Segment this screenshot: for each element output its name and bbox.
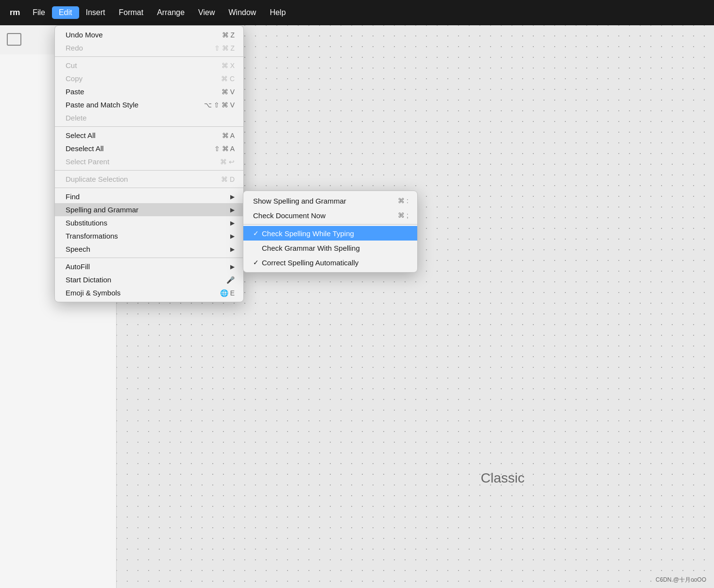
spelling-sep-1	[243, 224, 417, 225]
menubar-help[interactable]: Help	[263, 6, 292, 19]
menu-emoji[interactable]: Emoji & Symbols 🌐 E	[55, 286, 243, 299]
menu-delete[interactable]: Delete	[55, 111, 243, 124]
menu-duplicate[interactable]: Duplicate Selection ⌘ D	[55, 173, 243, 186]
menubar-edit[interactable]: Edit	[52, 6, 79, 19]
emoji-shortcut: 🌐 E	[220, 289, 235, 297]
menu-substitutions[interactable]: Substitutions ▶	[55, 216, 243, 229]
transformations-arrow: ▶	[230, 233, 235, 240]
spelling-show[interactable]: Show Spelling and Grammar ⌘ :	[243, 193, 417, 208]
correct-auto-checkmark: ✓	[253, 259, 259, 266]
menubar: rm File Edit Insert Format Arrange View …	[0, 0, 714, 25]
menu-dictation[interactable]: Start Dictation 🎤	[55, 273, 243, 286]
spelling-check-grammar[interactable]: ✓ Check Grammar With Spelling	[243, 241, 417, 255]
menubar-format[interactable]: Format	[112, 6, 151, 19]
menu-copy[interactable]: Copy ⌘ C	[55, 72, 243, 85]
spelling-check-doc[interactable]: Check Document Now ⌘ ;	[243, 208, 417, 223]
menubar-file[interactable]: File	[26, 6, 52, 19]
mic-icon: 🎤	[226, 276, 235, 284]
panel-icon	[7, 33, 21, 46]
autofill-arrow: ▶	[230, 263, 235, 270]
edit-menu: Undo Move ⌘ Z Redo ⇧ ⌘ Z Cut ⌘ X Copy ⌘ …	[54, 25, 244, 302]
menu-paste-match[interactable]: Paste and Match Style ⌥ ⇧ ⌘ V	[55, 98, 243, 111]
spelling-arrow: ▶	[230, 207, 235, 213]
menu-sep-2	[55, 126, 243, 127]
status-bar: C6DN @十月ooOO	[656, 576, 706, 584]
menu-sep-1	[55, 56, 243, 57]
canvas-label: Classic	[481, 470, 525, 486]
menu-sep-4	[55, 188, 243, 188]
menubar-arrange[interactable]: Arrange	[150, 6, 191, 19]
menu-autofill[interactable]: AutoFill ▶	[55, 260, 243, 273]
menu-cut[interactable]: Cut ⌘ X	[55, 59, 243, 72]
menubar-insert[interactable]: Insert	[79, 6, 112, 19]
check-typing-checkmark: ✓	[253, 229, 259, 237]
menu-sep-5	[55, 258, 243, 258]
menu-select-parent[interactable]: Select Parent ⌘ ↩	[55, 155, 243, 168]
menubar-window[interactable]: Window	[222, 6, 263, 19]
menu-undo-move[interactable]: Undo Move ⌘ Z	[55, 28, 243, 41]
substitutions-arrow: ▶	[230, 220, 235, 226]
spelling-submenu: Show Spelling and Grammar ⌘ : Check Docu…	[243, 190, 418, 273]
menubar-view[interactable]: View	[191, 6, 221, 19]
menu-transformations[interactable]: Transformations ▶	[55, 229, 243, 242]
menu-redo[interactable]: Redo ⇧ ⌘ Z	[55, 41, 243, 54]
menu-select-all[interactable]: Select All ⌘ A	[55, 129, 243, 142]
spelling-correct-auto[interactable]: ✓ Correct Spelling Automatically	[243, 255, 417, 270]
menu-deselect-all[interactable]: Deselect All ⇧ ⌘ A	[55, 142, 243, 155]
speech-arrow: ▶	[230, 246, 235, 253]
menu-paste[interactable]: Paste ⌘ V	[55, 85, 243, 98]
app-name: rm	[4, 8, 26, 17]
menu-find[interactable]: Find ▶	[55, 190, 243, 203]
menu-speech[interactable]: Speech ▶	[55, 242, 243, 256]
spelling-check-typing[interactable]: ✓ Check Spelling While Typing	[243, 226, 417, 241]
menu-spelling[interactable]: Spelling and Grammar ▶	[55, 203, 243, 216]
find-arrow: ▶	[230, 193, 235, 200]
menu-sep-3	[55, 170, 243, 171]
